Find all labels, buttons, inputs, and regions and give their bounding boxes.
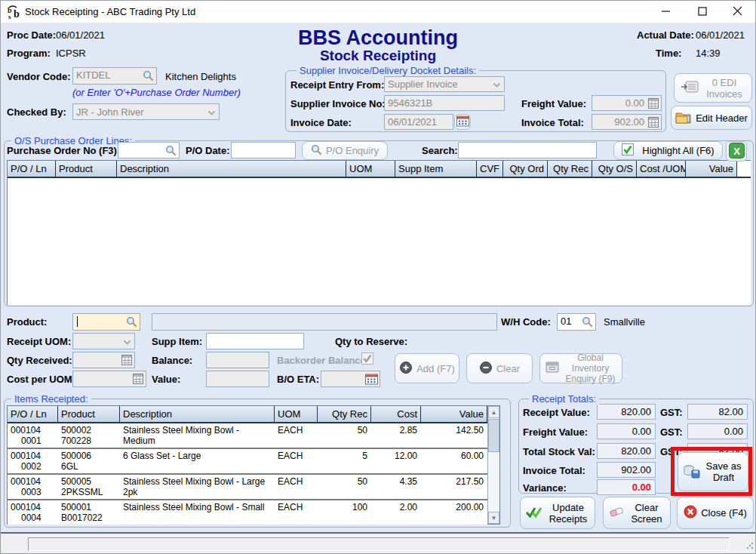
excel-icon: X (729, 143, 745, 161)
svg-text:b: b (14, 8, 20, 20)
qty-to-reserve-label: Qty to Reserve: (335, 336, 407, 347)
vendor-code-field[interactable]: KITDEL (72, 67, 157, 85)
add-circle-icon (399, 361, 413, 377)
resize-grip-icon[interactable] (746, 540, 754, 552)
po-search-icon[interactable] (165, 145, 177, 159)
export-excel-button[interactable]: X (726, 141, 747, 162)
cell-qty-rec: 100 (318, 500, 371, 525)
cell-qty-rec: 50 (318, 475, 371, 499)
cell-description: Stainless Steel Mixing Bowl - Medium (120, 423, 275, 448)
inventory-box-icon (545, 361, 560, 376)
search-input[interactable] (458, 142, 597, 159)
maximize-button[interactable] (686, 1, 719, 23)
totals-row-label: Variance: (523, 482, 567, 494)
screen-title: Stock Receipting (250, 48, 506, 64)
qty-received-field[interactable] (72, 352, 135, 368)
bo-eta-field[interactable] (321, 371, 380, 387)
scroll-up-icon[interactable]: ▲ (488, 406, 499, 418)
vendor-hint: (or Enter 'O'+Purchase Order Number) (72, 87, 241, 98)
wh-search-icon[interactable] (582, 316, 593, 330)
calculator-icon[interactable] (648, 117, 659, 130)
wh-code-label: W/H Code: (501, 316, 551, 328)
clear-button[interactable]: Clear (466, 353, 533, 383)
svg-text:s: s (8, 13, 11, 20)
gst-value-field: 82.00 (687, 404, 748, 420)
balance-field[interactable] (206, 352, 269, 368)
clear-screen-button[interactable]: Clear Screen (603, 497, 671, 529)
po-table-body-empty[interactable] (8, 178, 751, 305)
calculator-icon[interactable] (121, 355, 132, 368)
cost-per-uom-field[interactable] (72, 371, 146, 387)
product-label: Product: (7, 316, 47, 328)
gst-label: GST: (660, 426, 683, 438)
items-column-header: UOM (275, 406, 318, 422)
calculator-icon[interactable] (133, 374, 143, 386)
vendor-search-icon[interactable] (143, 70, 154, 84)
edit-header-button[interactable]: Edit Header (671, 106, 752, 130)
supplier-invoice-no-field[interactable] (384, 95, 505, 111)
global-inventory-button[interactable]: Global Inventory Enquiry (F9) (539, 353, 622, 383)
checked-by-dropdown[interactable]: JR - John River (72, 103, 220, 120)
items-row[interactable]: 0001040004500001B0017022Stainless Steel … (8, 500, 487, 525)
add-button[interactable]: Add (F7) (395, 353, 459, 383)
bbs-app-icon: bsb (6, 4, 23, 23)
close-window-button[interactable] (721, 1, 754, 23)
cell-product: 500002700228 (58, 423, 120, 448)
edi-icon (681, 80, 699, 97)
scrollbar-thumb[interactable] (488, 419, 499, 452)
bo-eta-label: B/O ETA: (277, 374, 319, 385)
po-no-label: Purchase Order No (F3): (7, 145, 120, 156)
actual-date-value: 06/01/2021 (696, 29, 745, 41)
items-scrollbar[interactable]: ▲ ▼ (487, 406, 499, 524)
wh-code-field[interactable]: 01 (557, 313, 596, 331)
minimize-icon (662, 7, 671, 18)
calendar-icon[interactable] (365, 373, 378, 387)
invoice-total-field[interactable]: 902.00 (592, 114, 662, 130)
proc-date-label: Proc Date: (7, 29, 56, 41)
items-column-header: Description (120, 406, 275, 422)
po-column-header: Description (117, 161, 346, 177)
items-column-header: P/O / Ln (8, 406, 58, 422)
program-value: ICPSR (56, 48, 86, 59)
update-receipts-button[interactable]: Update Receipts (520, 497, 595, 529)
invoice-date-calendar-button[interactable] (454, 114, 471, 130)
receipt-entry-from-dropdown[interactable]: Supplier Invoice (384, 76, 505, 92)
po-enquiry-button[interactable]: P/O Enquiry (302, 141, 388, 160)
po-column-header: Qty Rec (548, 161, 592, 177)
product-input[interactable] (72, 313, 140, 331)
po-no-field[interactable] (118, 142, 180, 159)
po-header-filler (737, 161, 751, 177)
save-as-draft-button[interactable]: Save as Draft (678, 452, 748, 491)
po-date-field[interactable] (231, 142, 296, 159)
cell-po-ln: 0001040002 (8, 449, 58, 473)
backorder-balance-checkbox[interactable] (361, 352, 373, 367)
po-column-header: Cost /UOM (637, 161, 686, 177)
scroll-down-icon[interactable]: ▼ (488, 512, 499, 524)
proc-date-value: 06/01/2021 (56, 29, 105, 41)
items-row[interactable]: 0001040001500002700228Stainless Steel Mi… (8, 423, 487, 449)
product-description-field (152, 313, 497, 331)
items-column-header: Qty Rec (318, 406, 371, 422)
items-row[interactable]: 00010400035000052PKSSMLStainless Steel M… (8, 475, 487, 500)
checkbox-checked-icon[interactable] (622, 143, 634, 158)
highlight-all-button[interactable]: Highlight All (F6) (613, 141, 723, 160)
double-check-icon (525, 505, 542, 521)
minimize-button[interactable] (650, 1, 683, 23)
cell-qty-rec: 5 (318, 449, 371, 473)
receipt-uom-dropdown[interactable] (72, 333, 135, 349)
close-f4-button[interactable]: Close (F4) (677, 497, 754, 529)
items-column-header: Value (421, 406, 487, 422)
calculator-icon[interactable] (648, 98, 659, 111)
invoice-date-field[interactable] (384, 114, 453, 130)
po-enquiry-search-icon (311, 144, 322, 158)
freight-value-label: Freight Value: (521, 98, 586, 109)
items-row[interactable]: 00010400025000066GL6 Glass Set - LargeEA… (8, 449, 487, 475)
checked-by-label: Checked By: (7, 106, 66, 118)
product-search-icon[interactable] (126, 316, 137, 330)
cell-uom: EACH (275, 449, 318, 473)
supp-item-input[interactable] (206, 333, 304, 349)
freight-value-field[interactable]: 0.00 (592, 95, 662, 111)
value-field[interactable] (206, 371, 269, 387)
cell-cost: 2.85 (371, 423, 421, 448)
edi-invoices-button[interactable]: 0 EDI Invoices (674, 73, 752, 103)
